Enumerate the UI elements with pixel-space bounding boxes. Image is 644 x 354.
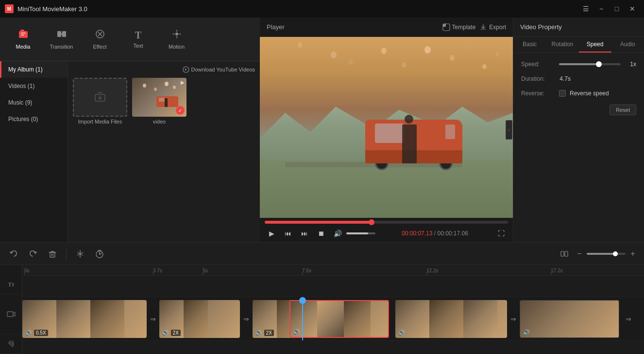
media-panel: My Album (1) Videos (1) Music (9) Pictur… xyxy=(0,61,260,242)
svg-rect-16 xyxy=(7,312,13,317)
sidebar-item-videos[interactable]: Videos (1) xyxy=(0,78,68,94)
property-content: Speed: 1x Duration: 4.7s Reverse: Revers… xyxy=(513,53,644,123)
delete-button[interactable] xyxy=(45,246,60,262)
video-media-item[interactable]: ✓ video xyxy=(132,78,186,124)
prev-button[interactable]: ⏮ xyxy=(281,227,295,240)
speed-slider[interactable] xyxy=(559,63,621,65)
toolbar-transition-button[interactable]: Transition xyxy=(43,21,80,57)
video-track-row: 🔊 0.5X ⇒ 🔊 xyxy=(22,297,644,341)
track-playhead-head xyxy=(299,297,306,304)
audio-track-row xyxy=(22,341,644,354)
zoom-thumb xyxy=(613,251,618,256)
svg-rect-15 xyxy=(565,251,568,256)
sidebar-item-my-album[interactable]: My Album (1) xyxy=(0,61,68,78)
speed-slider-fill xyxy=(559,63,596,65)
export-button[interactable]: Export xyxy=(479,23,506,31)
zoom-slider[interactable] xyxy=(587,253,626,255)
close-button[interactable]: ✕ xyxy=(626,3,639,15)
toolbar-separator xyxy=(66,248,67,260)
template-button[interactable]: Template xyxy=(442,23,476,31)
import-thumb xyxy=(73,78,127,117)
toolbar-text-button[interactable]: T Text xyxy=(120,21,156,57)
track-labels: Tt xyxy=(0,265,22,354)
volume-slider[interactable] xyxy=(346,232,375,234)
clip-6[interactable]: 🔊 xyxy=(520,300,619,338)
speed-label: Speed: xyxy=(521,61,555,68)
zoom-in-button[interactable]: + xyxy=(627,248,638,259)
media-content: Download YouTube Videos Import xyxy=(68,61,260,242)
effect-icon xyxy=(95,29,105,42)
svg-rect-14 xyxy=(561,251,564,256)
ruler-mark-5s: 5s xyxy=(203,268,208,273)
tab-speed[interactable]: Speed xyxy=(579,37,611,53)
controls-row: ▶ ⏮ ⏭ ⏹ 🔊 00:00:07.13 / 00:00:17.06 ⛶ xyxy=(260,227,513,240)
download-youtube-button[interactable]: Download YouTube Videos xyxy=(183,66,255,73)
import-media-item[interactable]: Import Media Files xyxy=(73,78,127,124)
speed-adjust-button[interactable] xyxy=(92,246,107,262)
video-check-badge: ✓ xyxy=(176,106,185,115)
speed-slider-thumb xyxy=(596,61,602,67)
text-track-icon: Tt xyxy=(8,281,14,288)
media-sidebar: My Album (1) Videos (1) Music (9) Pictur… xyxy=(0,61,68,242)
clip4-vol-icon: 🔊 xyxy=(293,329,300,335)
media-label: Media xyxy=(16,44,31,50)
clip2-vol-icon: 🔊 xyxy=(162,330,169,336)
main-layout: Media Transition xyxy=(0,18,644,242)
svg-rect-1 xyxy=(20,30,24,32)
tab-rotation[interactable]: Rotation xyxy=(546,37,578,53)
track-playhead xyxy=(302,297,303,340)
stop-button[interactable]: ⏹ xyxy=(314,227,328,240)
app-title: MiniTool MovieMaker 3.0 xyxy=(17,5,87,13)
toolbar-effect-button[interactable]: Effect xyxy=(82,21,118,57)
duration-value: 4.7s xyxy=(559,75,571,82)
sidebar-item-pictures[interactable]: Pictures (0) xyxy=(0,111,68,127)
reverse-checkbox[interactable] xyxy=(559,90,566,97)
reverse-speed-label: Reverse speed xyxy=(570,90,609,97)
zoom-out-button[interactable]: − xyxy=(574,248,585,259)
toolbar: Media Transition xyxy=(0,18,260,61)
volume-button[interactable]: 🔊 xyxy=(331,227,344,240)
toolbar-motion-button[interactable]: Motion xyxy=(158,21,195,57)
duration-label: Duration: xyxy=(521,75,555,82)
clip-2[interactable]: 🔊 2X xyxy=(159,300,240,338)
tab-basic[interactable]: Basic xyxy=(513,37,546,53)
sidebar-item-music[interactable]: Music (9) xyxy=(0,94,68,111)
split-button[interactable] xyxy=(72,246,88,262)
clip-5[interactable]: 🔊 xyxy=(395,300,507,338)
timeline-ruler: 0s 3.7s 5s 7.5s 12.2s 17.2s xyxy=(22,265,644,276)
clip1-vol-icon: 🔊 xyxy=(25,330,32,336)
redo-button[interactable] xyxy=(25,246,41,262)
import-label: Import Media Files xyxy=(78,119,122,124)
text-track-label: Tt xyxy=(0,275,22,294)
maximize-button[interactable]: □ xyxy=(610,3,624,15)
video-track-icon xyxy=(6,309,16,319)
progress-bar[interactable] xyxy=(265,221,508,224)
export-label: Export xyxy=(489,24,506,31)
timeline-toolbar: − + xyxy=(0,243,644,265)
person-silhouette xyxy=(402,124,417,163)
speed-slider-container xyxy=(559,63,621,65)
minimize-button[interactable]: − xyxy=(594,3,608,15)
svg-point-7 xyxy=(175,33,178,35)
timeline-content[interactable]: 0s 3.7s 5s 7.5s 12.2s 17.2s xyxy=(22,265,644,354)
split-view-button[interactable] xyxy=(557,246,572,262)
undo-button[interactable] xyxy=(6,246,21,262)
clip-4-selected[interactable]: 🔊 xyxy=(289,300,389,338)
timeline: Tt 0s 3.7s xyxy=(0,265,644,354)
media-icon xyxy=(18,29,29,42)
ruler-tick-17s xyxy=(551,272,551,275)
time-separator: / xyxy=(434,230,438,237)
toolbar-media-button[interactable]: Media xyxy=(5,21,41,57)
tab-audio[interactable]: Audio xyxy=(611,37,644,53)
play-button[interactable]: ▶ xyxy=(265,227,278,240)
next-button[interactable]: ⏭ xyxy=(298,227,311,240)
ruler-tick-3s xyxy=(153,272,153,275)
menu-icon[interactable]: ☰ xyxy=(579,3,593,15)
fullscreen-button[interactable]: ⛶ xyxy=(494,227,508,240)
download-youtube-label: Download YouTube Videos xyxy=(191,67,255,72)
reset-button[interactable]: Reset xyxy=(610,105,636,115)
panel-collapse-button[interactable]: › xyxy=(506,120,512,140)
clip-1[interactable]: 🔊 0.5X xyxy=(22,300,147,338)
progress-filled xyxy=(265,221,372,224)
text-label: Text xyxy=(133,43,143,49)
